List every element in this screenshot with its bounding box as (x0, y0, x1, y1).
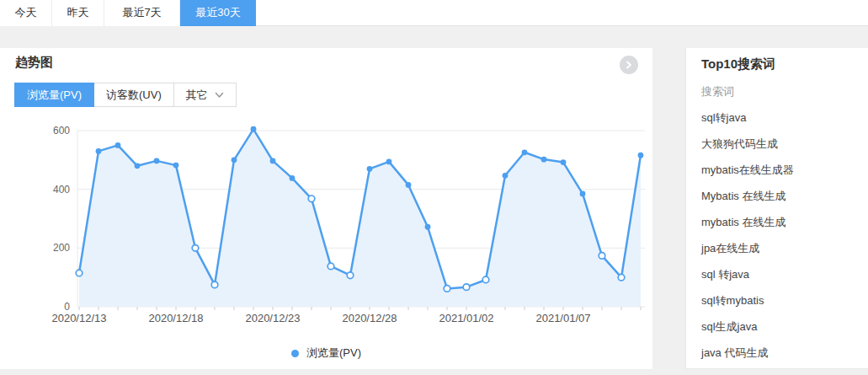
collapse-panel-button[interactable] (620, 56, 638, 74)
trend-panel-title: 趋势图 (15, 55, 53, 71)
trend-chart[interactable]: 02004006002020/12/132020/12/182020/12/23… (0, 118, 652, 333)
top-searches-title: Top10搜索词 (701, 56, 775, 72)
svg-text:2021/01/07: 2021/01/07 (535, 312, 590, 324)
list-item: Mybatis 在线生成 (686, 183, 868, 209)
top-searches-list: 搜索词 sql转java 大狼狗代码生成 mybatis在线生成器 Mybati… (686, 78, 868, 366)
legend-label: 浏览量(PV) (306, 346, 361, 361)
tab-last30days[interactable]: 最近30天 (180, 0, 256, 26)
svg-text:0: 0 (64, 301, 70, 313)
metric-tab-uv[interactable]: 访客数(UV) (93, 83, 174, 107)
list-item: sql 转java (686, 261, 868, 287)
svg-text:600: 600 (53, 125, 70, 137)
svg-text:2020/12/18: 2020/12/18 (148, 312, 203, 324)
list-item: sql转java (686, 104, 868, 131)
trend-chart-svg: 02004006002020/12/132020/12/182020/12/23… (0, 118, 652, 333)
list-item: mybatis 在线生成 (686, 209, 868, 235)
metric-switcher: 浏览量(PV) 访客数(UV) 其它 (14, 83, 237, 107)
chart-legend: 浏览量(PV) (0, 344, 652, 362)
legend-item-pv[interactable]: 浏览量(PV) (291, 346, 361, 361)
list-item: sql生成java (686, 313, 868, 340)
svg-text:2021/01/02: 2021/01/02 (439, 312, 493, 324)
svg-text:2020/12/28: 2020/12/28 (342, 312, 397, 324)
chevron-right-icon (625, 57, 633, 72)
search-list-column-header: 搜索词 (686, 78, 868, 104)
legend-dot-icon (291, 350, 299, 357)
trend-panel: 趋势图 浏览量(PV) 访客数(UV) 其它 02004006002020/12… (0, 48, 652, 369)
metric-dropdown-label: 其它 (186, 83, 208, 106)
metric-dropdown-other[interactable]: 其它 (173, 83, 237, 107)
svg-text:200: 200 (53, 242, 70, 254)
list-item: 大狼狗代码生成 (686, 131, 868, 157)
list-item: sql转mybatis (686, 287, 868, 313)
list-item: jpa在线生成 (686, 235, 868, 261)
svg-text:2020/12/13: 2020/12/13 (51, 312, 106, 324)
chevron-down-icon (215, 83, 224, 106)
tab-today[interactable]: 今天 (0, 0, 52, 26)
date-range-tabbar: 今天 昨天 最近7天 最近30天 (0, 0, 868, 26)
svg-text:400: 400 (53, 184, 70, 196)
tab-yesterday[interactable]: 昨天 (52, 0, 104, 26)
list-item: mybatis在线生成器 (686, 157, 868, 183)
metric-tab-pv[interactable]: 浏览量(PV) (14, 83, 94, 107)
list-item: java 代码生成 (686, 340, 868, 366)
top-searches-panel: Top10搜索词 搜索词 sql转java 大狼狗代码生成 mybatis在线生… (685, 48, 868, 369)
tab-last7days[interactable]: 最近7天 (104, 0, 180, 26)
svg-text:2020/12/23: 2020/12/23 (245, 312, 300, 324)
